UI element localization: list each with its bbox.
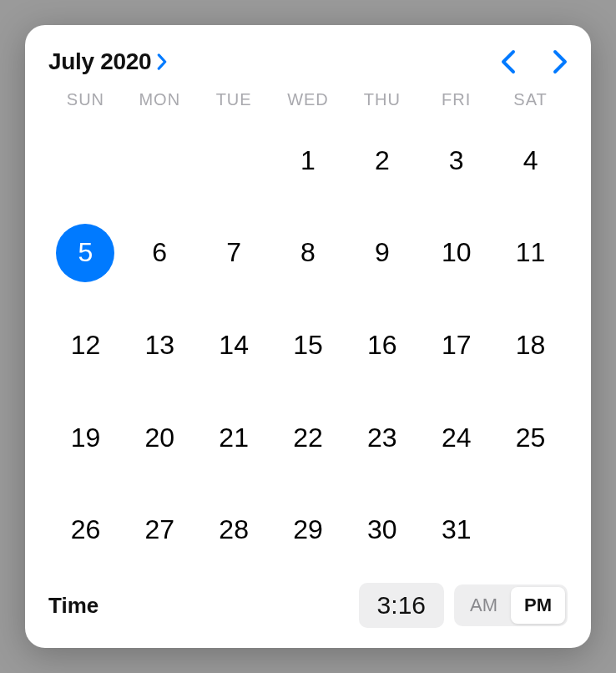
next-month-button[interactable] <box>553 49 568 74</box>
weekday-fri: FRI <box>419 90 493 109</box>
date-11[interactable]: 11 <box>502 224 560 282</box>
empty-cell <box>56 131 114 190</box>
date-18[interactable]: 18 <box>502 316 560 374</box>
weekday-thu: THU <box>345 90 419 109</box>
date-28[interactable]: 28 <box>204 501 263 559</box>
date-13[interactable]: 13 <box>130 316 189 374</box>
weekday-wed: WED <box>271 90 346 109</box>
time-controls: 3:16 AM PM <box>359 583 568 628</box>
date-1[interactable]: 1 <box>279 131 337 190</box>
date-7[interactable]: 7 <box>204 224 263 282</box>
date-8[interactable]: 8 <box>279 224 337 282</box>
empty-cell <box>130 131 189 190</box>
ampm-segment: AM PM <box>454 584 568 626</box>
month-year-label: July 2020 <box>48 48 151 75</box>
date-15[interactable]: 15 <box>279 316 337 374</box>
date-26[interactable]: 26 <box>56 501 114 559</box>
date-22[interactable]: 22 <box>279 408 337 467</box>
empty-cell <box>204 131 263 190</box>
date-30[interactable]: 30 <box>353 501 412 559</box>
pm-option[interactable]: PM <box>511 587 565 624</box>
date-2[interactable]: 2 <box>353 131 412 190</box>
time-label: Time <box>48 593 98 619</box>
time-value-button[interactable]: 3:16 <box>359 583 444 628</box>
chevron-right-icon <box>156 53 168 70</box>
date-20[interactable]: 20 <box>130 408 189 467</box>
date-16[interactable]: 16 <box>353 316 412 374</box>
weekday-tue: TUE <box>197 90 271 109</box>
weekday-sat: SAT <box>493 90 568 109</box>
date-21[interactable]: 21 <box>204 408 263 467</box>
date-17[interactable]: 17 <box>427 316 486 374</box>
date-3[interactable]: 3 <box>427 131 486 190</box>
weekday-sun: SUN <box>48 90 123 109</box>
date-9[interactable]: 9 <box>353 224 412 282</box>
month-year-button[interactable]: July 2020 <box>48 48 168 75</box>
date-23[interactable]: 23 <box>353 408 412 467</box>
date-25[interactable]: 25 <box>502 408 560 467</box>
date-27[interactable]: 27 <box>130 501 189 559</box>
date-time-picker: July 2020 SUNMONTUEWEDTHUFRISAT 12345678… <box>25 25 591 648</box>
date-12[interactable]: 12 <box>56 316 114 374</box>
weekday-row: SUNMONTUEWEDTHUFRISAT <box>48 90 568 109</box>
dates-grid: 1234567891011121314151617181920212223242… <box>48 114 568 576</box>
date-24[interactable]: 24 <box>427 408 486 467</box>
date-10[interactable]: 10 <box>427 224 486 282</box>
date-14[interactable]: 14 <box>204 316 263 374</box>
date-5[interactable]: 5 <box>56 224 114 282</box>
date-31[interactable]: 31 <box>427 501 486 559</box>
weekday-mon: MON <box>123 90 197 109</box>
date-29[interactable]: 29 <box>279 501 337 559</box>
am-option[interactable]: AM <box>457 587 511 624</box>
date-6[interactable]: 6 <box>130 224 189 282</box>
calendar-header: July 2020 <box>48 48 568 75</box>
time-row: Time 3:16 AM PM <box>48 583 568 628</box>
date-19[interactable]: 19 <box>56 408 114 467</box>
date-4[interactable]: 4 <box>502 131 560 190</box>
prev-month-button[interactable] <box>501 49 516 74</box>
month-nav <box>501 49 568 74</box>
